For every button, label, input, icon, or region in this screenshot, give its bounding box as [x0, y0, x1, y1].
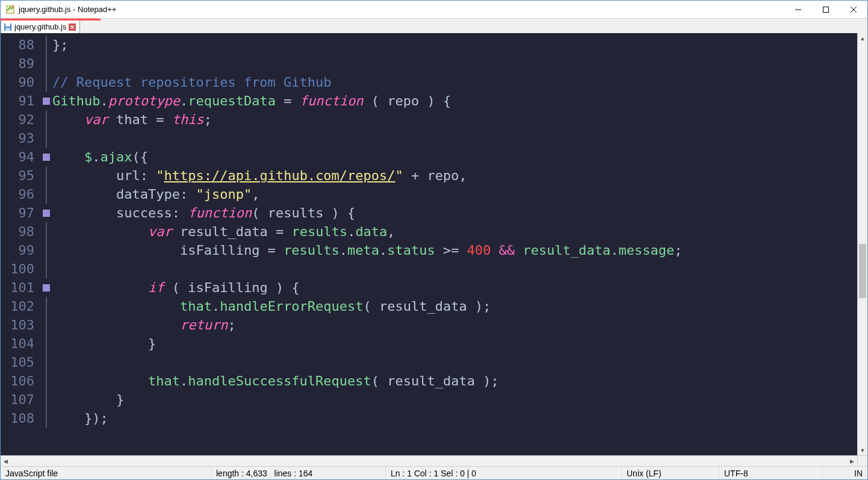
fold-guide	[40, 185, 52, 204]
save-icon	[4, 23, 12, 31]
status-length: length : 4,633	[216, 469, 267, 478]
fold-guide	[40, 129, 52, 148]
line-number: 105	[1, 353, 34, 372]
line-number: 107	[1, 390, 34, 409]
fold-marker-icon[interactable]	[40, 92, 52, 110]
code-line[interactable]: }	[52, 334, 857, 353]
horizontal-scrollbar[interactable]: ◀ ▶	[1, 455, 867, 466]
line-number: 108	[1, 409, 34, 428]
code-line[interactable]: var result_data = results.data,	[52, 222, 857, 241]
line-number: 90	[1, 73, 34, 92]
code-line[interactable]: url: "https://api.github.com/repos/" + r…	[52, 166, 857, 185]
fold-marker-icon[interactable]	[40, 148, 52, 166]
status-position: Ln : 1 Col : 1 Sel : 0 | 0	[386, 467, 622, 479]
fold-guide	[40, 73, 52, 92]
svg-rect-3	[823, 7, 829, 12]
line-number: 89	[1, 54, 34, 73]
fold-guide	[40, 260, 52, 278]
code-line[interactable]: });	[52, 409, 857, 428]
code-line[interactable]: that.handleErrorRequest( result_data );	[52, 297, 857, 316]
app-icon	[5, 5, 15, 14]
code-line[interactable]: return;	[52, 316, 857, 334]
status-mode: IN	[823, 467, 867, 479]
window-title: jquery.github.js - Notepad++	[19, 5, 784, 14]
status-bar: JavaScript file length : 4,633 lines : 1…	[1, 466, 867, 479]
fold-guide	[40, 54, 52, 73]
line-number: 95	[1, 166, 34, 185]
fold-guide	[40, 372, 52, 390]
code-line[interactable]: $.ajax({	[52, 148, 857, 166]
code-line[interactable]: if ( isFailling ) {	[52, 278, 857, 297]
code-line[interactable]: // Request repositories from Github	[52, 73, 857, 92]
line-number: 100	[1, 260, 34, 278]
status-filetype: JavaScript file	[1, 467, 211, 479]
file-tab[interactable]: jquery.github.js	[1, 20, 80, 33]
horizontal-scroll-track[interactable]	[11, 456, 847, 466]
window-controls	[784, 1, 867, 18]
scroll-down-arrow[interactable]: ▼	[858, 445, 867, 455]
code-line[interactable]	[52, 353, 857, 372]
line-number: 96	[1, 185, 34, 204]
tab-close-icon[interactable]	[69, 23, 76, 31]
line-number: 101	[1, 278, 34, 297]
code-line[interactable]	[52, 54, 857, 73]
minimize-button[interactable]	[784, 1, 812, 18]
line-number: 99	[1, 241, 34, 260]
tab-bar: jquery.github.js	[1, 19, 867, 33]
fold-guide	[40, 241, 52, 260]
line-number: 91	[1, 92, 34, 110]
fold-guide	[40, 297, 52, 316]
fold-marker-icon[interactable]	[40, 204, 52, 222]
line-number: 97	[1, 204, 34, 222]
titlebar: jquery.github.js - Notepad++	[1, 1, 867, 19]
fold-guide	[40, 316, 52, 334]
line-number: 102	[1, 297, 34, 316]
code-line[interactable]: dataType: "jsonp",	[52, 185, 857, 204]
code-area[interactable]: };// Request repositories from GithubGit…	[52, 33, 857, 455]
scroll-left-arrow[interactable]: ◀	[1, 456, 11, 466]
code-line[interactable]: isFailling = results.meta.status >= 400 …	[52, 241, 857, 260]
fold-guide	[40, 409, 52, 428]
code-line[interactable]	[52, 260, 857, 278]
fold-marker-icon[interactable]	[40, 278, 52, 297]
fold-guide	[40, 36, 52, 54]
line-number: 106	[1, 372, 34, 390]
status-eol: Unix (LF)	[622, 467, 719, 479]
line-number: 93	[1, 129, 34, 148]
fold-guide	[40, 110, 52, 129]
code-line[interactable]: }	[52, 390, 857, 409]
status-encoding: UTF-8	[719, 467, 823, 479]
code-line[interactable]: that.handleSuccessfulRequest( result_dat…	[52, 372, 857, 390]
code-line[interactable]	[52, 129, 857, 148]
fold-guide	[40, 222, 52, 241]
line-number: 98	[1, 222, 34, 241]
svg-rect-7	[5, 23, 10, 26]
line-number-gutter: 8889909192939495969798991001011021031041…	[1, 33, 40, 455]
tab-filename: jquery.github.js	[14, 22, 66, 31]
code-line[interactable]: var that = this;	[52, 110, 857, 129]
status-lines: lines : 164	[274, 469, 313, 478]
svg-rect-8	[5, 28, 10, 31]
code-line[interactable]: success: function( results ) {	[52, 204, 857, 222]
line-number: 103	[1, 316, 34, 334]
line-number: 88	[1, 36, 34, 54]
line-number: 104	[1, 334, 34, 353]
code-line[interactable]: Github.prototype.requestData = function …	[52, 92, 857, 110]
vertical-scrollbar[interactable]: ▲ ▼	[857, 33, 867, 455]
editor[interactable]: 8889909192939495969798991001011021031041…	[1, 33, 867, 455]
line-number: 94	[1, 148, 34, 166]
svg-rect-1	[12, 5, 13, 8]
scroll-right-arrow[interactable]: ▶	[847, 456, 857, 466]
fold-guide	[40, 390, 52, 409]
scroll-corner	[857, 456, 867, 466]
fold-column[interactable]	[40, 33, 52, 455]
scroll-up-arrow[interactable]: ▲	[858, 33, 867, 43]
maximize-button[interactable]	[812, 1, 840, 18]
code-line[interactable]: };	[52, 36, 857, 54]
close-button[interactable]	[840, 1, 867, 18]
fold-guide	[40, 353, 52, 372]
fold-guide	[40, 166, 52, 185]
fold-guide	[40, 334, 52, 353]
line-number: 92	[1, 110, 34, 129]
vertical-scroll-thumb[interactable]	[859, 244, 866, 298]
